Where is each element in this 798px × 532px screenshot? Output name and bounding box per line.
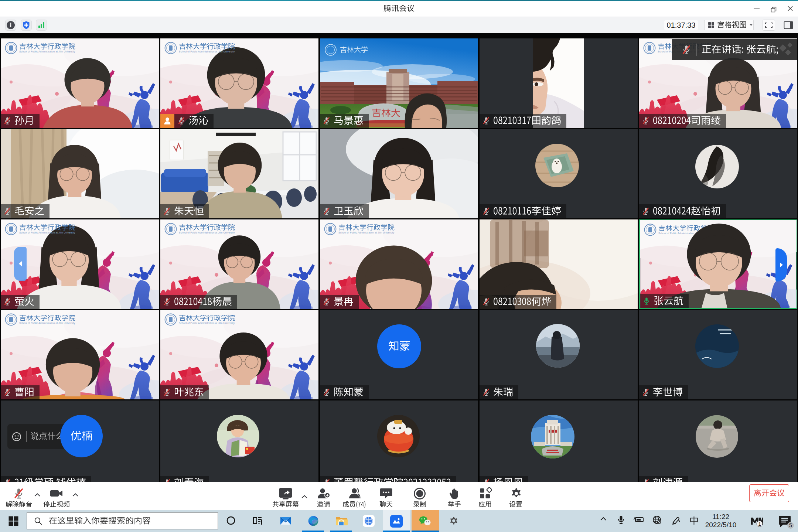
svg-text:1: 1 <box>758 521 761 527</box>
svg-text:5: 5 <box>789 522 792 528</box>
